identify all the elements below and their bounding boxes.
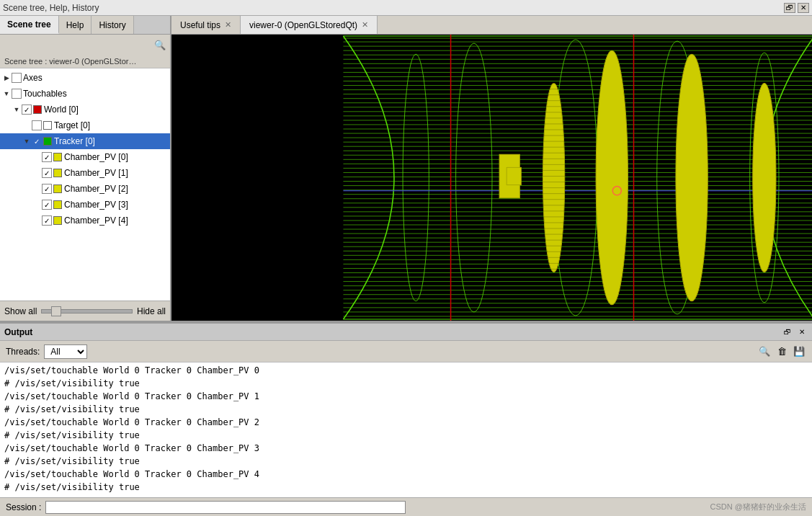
close-useful-tips[interactable]: ✕ xyxy=(225,20,231,30)
3d-visualization: Generated as static SVG below xyxy=(171,35,812,321)
left-tab-bar: Scene tree Help History xyxy=(0,16,170,35)
label-touchables: Touchables xyxy=(23,89,67,99)
label-chamber0: Chamber_PV [0] xyxy=(64,152,128,162)
chamber-1-vis xyxy=(543,84,565,272)
restore-button[interactable]: 🗗 xyxy=(784,3,795,13)
tree-item-axes[interactable]: ▶ Axes xyxy=(0,70,170,86)
chamber-3-vis xyxy=(676,54,708,301)
checkbox-chamber3[interactable] xyxy=(42,200,52,210)
main-layout: Scene tree Help History 🔍 Scene tree : v… xyxy=(0,16,812,516)
viewer0-label: viewer-0 (OpenGLStoredQt) xyxy=(249,20,357,30)
expand-tracker[interactable]: ▼ xyxy=(22,136,32,146)
checkbox-target[interactable] xyxy=(32,120,42,130)
color-chamber3 xyxy=(53,200,62,209)
checkbox-chamber2[interactable] xyxy=(42,184,52,194)
tab-scene-tree[interactable]: Scene tree xyxy=(0,16,59,34)
search-output-icon[interactable]: 🔍 xyxy=(757,344,772,359)
checkbox-world[interactable] xyxy=(22,104,32,115)
search-icon[interactable]: 🔍 xyxy=(153,37,167,52)
output-restore-btn[interactable]: 🗗 xyxy=(782,327,793,337)
label-tracker: Tracker [0] xyxy=(54,136,95,146)
session-label: Session : xyxy=(6,502,41,512)
title-bar-text: Scene tree, Help, History xyxy=(3,3,99,13)
viewer-area: Useful tips ✕ viewer-0 (OpenGLStoredQt) … xyxy=(171,16,812,321)
log-line: # /vis/set/visibility true xyxy=(4,377,808,390)
tree-label: Scene tree : viewer-0 (OpenGLStor… xyxy=(0,55,170,68)
label-axes: Axes xyxy=(23,73,43,83)
close-button[interactable]: ✕ xyxy=(798,3,809,13)
tree-item-tracker[interactable]: ▼ Tracker [0] xyxy=(0,133,170,149)
checkbox-tracker[interactable] xyxy=(32,136,42,146)
checkbox-chamber1[interactable] xyxy=(42,168,52,178)
expand-touchables[interactable]: ▼ xyxy=(1,89,12,99)
threads-select[interactable]: All Main Worker xyxy=(44,344,87,359)
clear-output-icon[interactable]: 🗑 xyxy=(775,344,789,359)
expand-world[interactable]: ▼ xyxy=(12,104,22,115)
tab-useful-tips[interactable]: Useful tips ✕ xyxy=(171,16,241,34)
chamber-4-vis xyxy=(753,84,776,272)
top-area: Scene tree Help History 🔍 Scene tree : v… xyxy=(0,16,812,322)
tree-item-world[interactable]: ▼ World [0] xyxy=(0,102,170,117)
title-bar-controls: 🗗 ✕ xyxy=(784,3,809,13)
svg-rect-0 xyxy=(171,35,812,321)
log-line: # /vis/set/visibility true xyxy=(4,429,808,442)
label-chamber2: Chamber_PV [2] xyxy=(64,184,128,194)
target-vis xyxy=(507,167,521,184)
checkbox-touchables[interactable] xyxy=(12,89,22,99)
color-target xyxy=(43,121,52,130)
log-line: /vis/set/touchable World 0 Tracker 0 Cha… xyxy=(4,442,808,455)
viewer-tabs: Useful tips ✕ viewer-0 (OpenGLStoredQt) … xyxy=(171,16,812,35)
tab-history[interactable]: History xyxy=(92,16,133,34)
label-world: World [0] xyxy=(44,104,79,115)
tree-item-chamber4[interactable]: Chamber_PV [4] xyxy=(0,213,170,228)
tree-item-target[interactable]: Target [0] xyxy=(0,117,170,133)
output-log[interactable]: /vis/set/touchable World 0 Tracker 0 Cha… xyxy=(0,362,812,497)
left-panel: Scene tree Help History 🔍 Scene tree : v… xyxy=(0,16,171,321)
color-chamber0 xyxy=(53,153,62,161)
useful-tips-label: Useful tips xyxy=(180,20,220,30)
tree-area[interactable]: ▶ Axes ▼ Touchables ▼ World [0] xyxy=(0,68,170,301)
output-title: Output xyxy=(4,327,32,337)
color-chamber1 xyxy=(53,169,62,177)
session-left: Session : xyxy=(6,501,406,514)
visibility-slider[interactable] xyxy=(41,309,133,313)
checkbox-axes[interactable] xyxy=(12,73,22,83)
log-line: /vis/set/touchable World 0 Tracker 0 Cha… xyxy=(4,390,808,403)
thread-icons: 🔍 🗑 💾 xyxy=(757,344,806,359)
threads-label: Threads: xyxy=(6,347,40,357)
tree-item-touchables[interactable]: ▼ Touchables xyxy=(0,86,170,102)
slider-thumb[interactable] xyxy=(51,306,61,316)
watermark: CSDN @猪猪虾的业余生活 xyxy=(710,502,806,512)
checkbox-chamber4[interactable] xyxy=(42,215,52,226)
hide-all-label: Hide all xyxy=(137,306,166,316)
close-viewer0[interactable]: ✕ xyxy=(362,20,368,30)
log-line: # /vis/set/visibility true xyxy=(4,403,808,416)
session-input[interactable] xyxy=(45,501,406,514)
output-header: Output 🗗 ✕ xyxy=(0,324,812,341)
log-line: # /vis/set/visibility true xyxy=(4,481,808,494)
label-chamber3: Chamber_PV [3] xyxy=(64,200,128,210)
viewer-canvas[interactable]: Generated as static SVG below xyxy=(171,35,812,321)
output-panel: Output 🗗 ✕ Threads: All Main Worker 🔍 🗑 … xyxy=(0,322,812,516)
tree-item-chamber2[interactable]: Chamber_PV [2] xyxy=(0,181,170,197)
output-close-btn[interactable]: ✕ xyxy=(796,327,808,337)
title-bar: Scene tree, Help, History 🗗 ✕ xyxy=(0,0,812,16)
output-header-controls: 🗗 ✕ xyxy=(782,327,808,337)
checkbox-chamber0[interactable] xyxy=(42,152,52,162)
tree-item-chamber3[interactable]: Chamber_PV [3] xyxy=(0,197,170,213)
label-chamber1: Chamber_PV [1] xyxy=(64,168,128,178)
label-target: Target [0] xyxy=(54,120,90,130)
color-tracker xyxy=(43,137,52,146)
expand-axes[interactable]: ▶ xyxy=(1,73,12,83)
log-line: /vis/set/touchable World 0 Tracker 0 Cha… xyxy=(4,468,808,481)
label-chamber4: Chamber_PV [4] xyxy=(64,215,128,226)
tree-item-chamber1[interactable]: Chamber_PV [1] xyxy=(0,165,170,181)
save-output-icon[interactable]: 💾 xyxy=(792,344,806,359)
tab-viewer0[interactable]: viewer-0 (OpenGLStoredQt) ✕ xyxy=(241,16,378,34)
tree-item-chamber0[interactable]: Chamber_PV [0] xyxy=(0,149,170,165)
tab-help[interactable]: Help xyxy=(59,16,92,34)
log-line: # /vis/set/visibility true xyxy=(4,455,808,468)
search-area: 🔍 xyxy=(0,35,170,55)
log-line: /vis/set/touchable World 0 Tracker 0 Cha… xyxy=(4,364,808,377)
session-bar: Session : CSDN @猪猪虾的业余生活 xyxy=(0,497,812,516)
